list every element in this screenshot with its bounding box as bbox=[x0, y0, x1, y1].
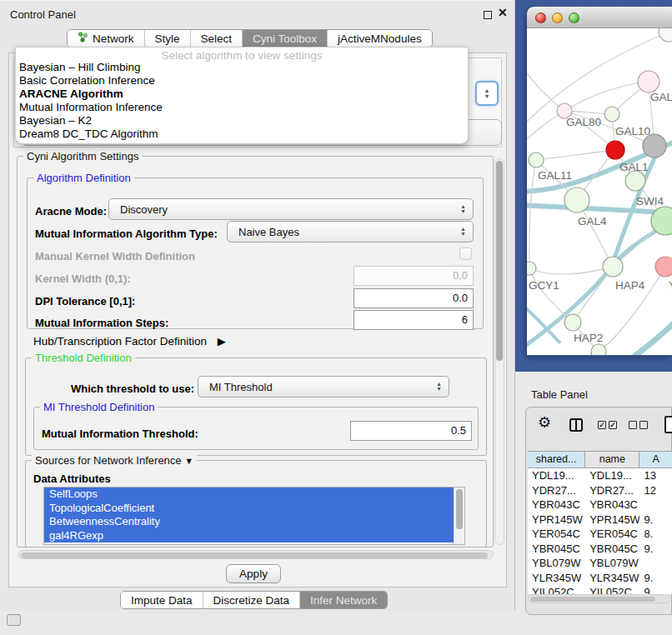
tab-discretize-data[interactable]: Discretize Data bbox=[203, 592, 300, 608]
table-cell: YBR043C bbox=[528, 498, 585, 512]
network-node-gal[interactable] bbox=[638, 71, 659, 92]
apply-button[interactable]: Apply bbox=[226, 564, 281, 583]
network-window-titlebar[interactable] bbox=[527, 7, 672, 28]
network-node-hap4[interactable] bbox=[603, 257, 623, 277]
algorithm-option[interactable]: ARACNE Algorithm bbox=[16, 88, 468, 101]
table-horizontal-scrollbar[interactable] bbox=[528, 594, 670, 603]
select-all-checkbox-icon[interactable]: ✓ bbox=[609, 421, 617, 429]
scrollbar-thumb[interactable] bbox=[530, 597, 655, 602]
algorithm-option[interactable]: Dream8 DC_TDC Algorithm bbox=[16, 128, 468, 141]
settings-horizontal-scrollbar[interactable] bbox=[18, 550, 494, 559]
network-node[interactable] bbox=[591, 344, 606, 355]
network-view-window: GALGAL80GAL10GAL1GAL11SWI4GAL4GCY1HAP4YH… bbox=[527, 7, 672, 356]
sources-group-title[interactable]: Sources for Network Inference ▼ bbox=[32, 454, 197, 467]
table-row[interactable]: YLR345WYLR345W9. bbox=[528, 571, 672, 586]
table-cell: YBR045C bbox=[528, 542, 585, 557]
network-node-gal11[interactable] bbox=[529, 152, 544, 168]
zoom-traffic-light[interactable] bbox=[569, 12, 579, 23]
document-icon[interactable] bbox=[664, 416, 672, 433]
tab-style[interactable]: Style bbox=[144, 30, 190, 47]
settings-vertical-scrollbar[interactable] bbox=[494, 158, 504, 545]
network-node-gal4[interactable] bbox=[564, 188, 589, 212]
column-header[interactable]: name bbox=[585, 452, 639, 468]
control-panel-title: Control Panel bbox=[10, 8, 76, 21]
aracne-mode-combo[interactable]: Discovery ▲▼ bbox=[108, 198, 474, 220]
dpi-tolerance-field[interactable]: 0.0 bbox=[354, 288, 474, 308]
mi-threshold-field[interactable]: 0.5 bbox=[350, 421, 472, 441]
attribute-item-selected[interactable]: TopologicalCoefficient bbox=[44, 502, 454, 516]
table-row[interactable]: YIL052CYIL052C9 bbox=[528, 585, 672, 594]
tab-infer-network[interactable]: Infer Network bbox=[299, 592, 387, 608]
scrollbar-thumb[interactable] bbox=[21, 552, 488, 558]
table-cell: 9. bbox=[639, 542, 672, 557]
attribute-item-selected[interactable]: gal4RGexp bbox=[44, 529, 454, 543]
algorithm-combo-stepper[interactable]: ▲▼ bbox=[475, 81, 499, 106]
network-edge[interactable] bbox=[536, 150, 615, 160]
stepper-icon: ▲▼ bbox=[460, 204, 466, 214]
algorithm-option[interactable]: Mutual Information Inference bbox=[16, 101, 468, 114]
tab-jactivemnodules[interactable]: jActiveMNodules bbox=[327, 30, 432, 47]
table-body: YDL19...YDL19...13YDR27...YDR27...12YBR0… bbox=[528, 468, 672, 594]
attribute-item-selected[interactable]: SelfLoops bbox=[44, 488, 454, 502]
table-row[interactable]: YDR27...YDR27...12 bbox=[528, 483, 672, 498]
tab-label: jActiveMNodules bbox=[338, 32, 422, 45]
node-label: Y bbox=[669, 279, 672, 292]
which-threshold-combo[interactable]: MI Threshold ▲▼ bbox=[198, 376, 449, 398]
attribute-item-selected[interactable]: BetweennessCentrality bbox=[44, 515, 454, 529]
manual-kernel-label: Manual Kernel Width Definition bbox=[35, 250, 195, 262]
columns-icon[interactable] bbox=[569, 418, 583, 432]
deselect-all-checkbox-icon[interactable] bbox=[629, 421, 637, 429]
manual-kernel-checkbox[interactable] bbox=[459, 248, 472, 260]
network-node-gal1[interactable] bbox=[606, 141, 624, 159]
scrollbar-thumb[interactable] bbox=[456, 489, 463, 529]
table-row[interactable]: YBR045CYBR045C9. bbox=[528, 542, 672, 557]
table-row[interactable]: YDL19...YDL19...13 bbox=[528, 468, 672, 483]
algorithm-dropdown: Select algorithm to view settings Bayesi… bbox=[15, 47, 469, 144]
minimize-traffic-light[interactable] bbox=[552, 12, 563, 23]
column-header[interactable]: shared... bbox=[528, 452, 585, 468]
table-cell: 9. bbox=[639, 512, 672, 528]
tab-network[interactable]: Network bbox=[68, 30, 144, 47]
table-cell: 9 bbox=[639, 585, 672, 594]
algorithm-option[interactable]: Bayesian – K2 bbox=[16, 114, 468, 128]
column-header[interactable]: A bbox=[639, 452, 672, 468]
mi-steps-field[interactable]: 6 bbox=[354, 310, 474, 330]
data-attributes-list[interactable]: SelfLoopsTopologicalCoefficientBetweenne… bbox=[43, 487, 465, 545]
attribute-items: SelfLoopsTopologicalCoefficientBetweenne… bbox=[44, 488, 464, 542]
list-scrollbar[interactable] bbox=[454, 488, 464, 544]
network-edge-highlighted[interactable] bbox=[627, 318, 672, 355]
kernel-width-field[interactable]: 0.0 bbox=[354, 266, 474, 286]
algorithm-option[interactable]: Bayesian – Hill Climbing bbox=[16, 61, 468, 74]
tab-impute-data[interactable]: Impute Data bbox=[121, 592, 203, 608]
network-node-gal10[interactable] bbox=[604, 107, 619, 122]
network-node-gcy1[interactable] bbox=[527, 262, 536, 275]
close-icon[interactable]: ✕ bbox=[498, 6, 508, 19]
table-row[interactable]: YBR043CYBR043C bbox=[528, 498, 672, 512]
float-panel-icon[interactable] bbox=[484, 11, 492, 19]
table-row[interactable]: YBL079WYBL079W bbox=[528, 556, 672, 571]
network-node-swi4[interactable] bbox=[625, 171, 645, 191]
network-node-y[interactable] bbox=[655, 257, 672, 277]
table-row[interactable]: YER054CYER054C8. bbox=[528, 527, 672, 542]
network-canvas[interactable]: GALGAL80GAL10GAL1GAL11SWI4GAL4GCY1HAP4YH… bbox=[527, 28, 672, 355]
mi-type-combo[interactable]: Naive Bayes ▲▼ bbox=[227, 221, 474, 242]
table-cell: YIL052C bbox=[585, 585, 639, 594]
tab-cyni-toolbox[interactable]: Cyni Toolbox bbox=[242, 30, 327, 47]
dock-panel-icon[interactable] bbox=[7, 614, 21, 626]
network-desktop: GALGAL80GAL10GAL1GAL11SWI4GAL4GCY1HAP4YH… bbox=[515, 0, 672, 372]
network-node[interactable] bbox=[659, 28, 672, 42]
scrollbar-thumb[interactable] bbox=[496, 161, 503, 361]
hub-definition-expander[interactable]: Hub/Transcription Factor Definition ▶ bbox=[33, 335, 226, 348]
network-edge[interactable] bbox=[529, 267, 613, 274]
gear-icon[interactable]: ⚙ bbox=[538, 413, 551, 432]
algorithm-dropdown-placeholder: Select algorithm to view settings bbox=[16, 48, 468, 61]
algorithm-option[interactable]: Basic Correlation Inference bbox=[16, 74, 468, 88]
tab-select[interactable]: Select bbox=[190, 30, 243, 47]
deselect-all-checkbox-icon[interactable] bbox=[639, 421, 648, 429]
network-node[interactable] bbox=[643, 134, 666, 158]
close-traffic-light[interactable] bbox=[535, 12, 546, 23]
network-edge[interactable] bbox=[529, 160, 536, 268]
select-all-checkbox-icon[interactable]: ✓ bbox=[598, 421, 606, 429]
table-row[interactable]: YPR145WYPR145W9. bbox=[528, 512, 672, 528]
network-node-hap2[interactable] bbox=[564, 314, 581, 331]
